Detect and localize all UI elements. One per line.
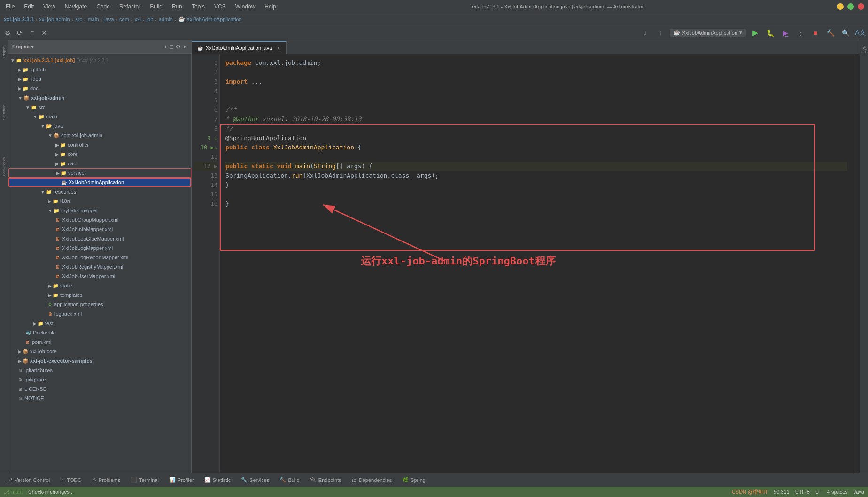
stop-button[interactable]: ■	[810, 27, 821, 39]
settings-icon[interactable]: ⚙	[176, 44, 181, 50]
tree-java[interactable]: ▼ 📂 java	[8, 121, 191, 131]
tree-xxl-job-admin[interactable]: ▼ 📦 xxl-job-admin	[8, 93, 191, 102]
btab-build[interactable]: 🔨 Build	[275, 474, 304, 487]
translate-btn[interactable]: A文	[855, 27, 866, 39]
tree-license[interactable]: 🗎 LICENSE	[8, 384, 191, 394]
settings-btn[interactable]: ≡	[26, 27, 38, 39]
tree-logback[interactable]: 🗎 logback.xml	[8, 309, 191, 318]
run-button[interactable]: ▶	[750, 27, 761, 39]
tree-idea[interactable]: ▶ 📁 .idea	[8, 74, 191, 84]
breadcrumb-item[interactable]: java	[104, 16, 114, 22]
breadcrumb-item[interactable]: job	[147, 16, 154, 22]
btab-statistic[interactable]: 📈 Statistic	[200, 474, 236, 487]
menu-edit[interactable]: Edit	[22, 2, 36, 11]
breadcrumb-item[interactable]: com	[119, 16, 129, 22]
vcs-update-btn[interactable]: ↓	[640, 27, 651, 39]
tree-package[interactable]: ▼ 📦 com.xxl.job.admin	[8, 131, 191, 140]
tree-i18n[interactable]: ▶ 📁 i18n	[8, 196, 191, 206]
menu-bar[interactable]: File Edit View Navigate Code Refactor Bu…	[4, 2, 278, 11]
btab-dependencies[interactable]: 🗂 Dependencies	[347, 474, 396, 487]
run-config-selector[interactable]: ☕ XxlJobAdminApplication ▾	[670, 29, 746, 37]
tree-main-class[interactable]: ▶ ☕ XxlJobAdminApplication	[8, 178, 191, 187]
tree-gitignore[interactable]: 🗎 .gitignore	[8, 375, 191, 384]
close-sidebar-icon[interactable]: ✕	[183, 44, 187, 50]
minimize-button[interactable]	[837, 3, 844, 10]
breadcrumb-item[interactable]: src	[75, 16, 82, 22]
search-everywhere-btn[interactable]: 🔍	[840, 27, 851, 39]
activity-structure[interactable]: Structure	[1, 101, 7, 124]
tree-root[interactable]: ▼ 📁 xxl-job-2.3.1 [xxl-job] D:\xxl-job-2…	[8, 55, 191, 65]
breadcrumb-item[interactable]: xxl-job-2.3.1	[4, 16, 34, 22]
tree-core[interactable]: ▶ 📁 core	[8, 149, 191, 159]
tree-static[interactable]: ▶ 📁 static	[8, 281, 191, 290]
tree-pom[interactable]: 🗎 pom.xml	[8, 337, 191, 347]
sidebar-icons[interactable]: + ⊟ ⚙ ✕	[164, 44, 187, 50]
more-run-btn[interactable]: ⋮	[795, 27, 806, 39]
collapse-icon[interactable]: ⊟	[169, 44, 174, 50]
btab-services[interactable]: 🔧 Services	[236, 474, 274, 487]
menu-run[interactable]: Run	[170, 2, 184, 11]
btab-todo[interactable]: ☑ TODO	[55, 474, 86, 487]
tree-controller[interactable]: ▶ 📁 controller	[8, 140, 191, 149]
btab-problems[interactable]: ⚠ Problems	[87, 474, 125, 487]
btab-version-control[interactable]: ⎇ Version Control	[2, 474, 54, 487]
menu-tools[interactable]: Tools	[190, 2, 207, 11]
tree-doc[interactable]: ▶ 📁 doc	[8, 84, 191, 93]
tree-xml-5[interactable]: 🗎 XxlJobLogReportMapper.xml	[8, 253, 191, 262]
vcs-commit-btn[interactable]: ↑	[655, 27, 666, 39]
menu-code[interactable]: Code	[94, 2, 112, 11]
close-button[interactable]	[858, 3, 864, 10]
tree-xml-7[interactable]: 🗎 XxlJobUserMapper.xml	[8, 272, 191, 281]
debug-button[interactable]: 🐛	[765, 27, 776, 39]
tree-github[interactable]: ▶ 📁 .github	[8, 65, 191, 74]
editor-tab-main[interactable]: ☕ XxlJobAdminApplication.java ✕	[192, 41, 287, 54]
tree-xxl-job-core[interactable]: ▶ 📦 xxl-job-core	[8, 347, 191, 356]
activity-eye[interactable]: Eye	[861, 42, 868, 57]
menu-vcs[interactable]: VCS	[212, 2, 228, 11]
add-icon[interactable]: +	[164, 44, 167, 50]
tree-gitattributes[interactable]: 🗎 .gitattributes	[8, 365, 191, 375]
maximize-button[interactable]	[847, 3, 854, 10]
tree-xml-4[interactable]: 🗎 XxlJobLogMapper.xml	[8, 243, 191, 253]
menu-build[interactable]: Build	[148, 2, 164, 11]
close-panel-btn[interactable]: ✕	[39, 27, 50, 39]
vcs-branch[interactable]: ⎇ main	[4, 489, 23, 495]
tree-xml-6[interactable]: 🗎 XxlJobRegistryMapper.xml	[8, 262, 191, 272]
build-button[interactable]: 🔨	[825, 27, 836, 39]
menu-navigate[interactable]: Navigate	[63, 2, 89, 11]
window-controls[interactable]	[837, 3, 864, 10]
tree-test[interactable]: ▶ 📁 test	[8, 318, 191, 328]
tree-xml-1[interactable]: 🗎 XxlJobGroupMapper.xml	[8, 215, 191, 225]
tree-xxl-executor[interactable]: ▶ 📦 xxl-job-executor-samples	[8, 356, 191, 365]
tree-app-props[interactable]: ⚙ application.properties	[8, 300, 191, 309]
menu-help[interactable]: Help	[263, 2, 278, 11]
breadcrumb-item-class[interactable]: ☕ XxlJobAdminApplication	[178, 16, 242, 22]
activity-bookmarks[interactable]: Bookmarks	[1, 154, 7, 180]
code-editor[interactable]: 1 2 3 4 5 6 7 8 9 ☕ 10 ▶☕ 11 12 ▶ 13 14 …	[192, 54, 860, 473]
menu-refactor[interactable]: Refactor	[117, 2, 142, 11]
tree-xml-3[interactable]: 🗎 XxlJobLogGlueMapper.xml	[8, 234, 191, 243]
tab-close-icon[interactable]: ✕	[277, 46, 280, 51]
tree-dockerfile[interactable]: 🐳 Dockerfile	[8, 328, 191, 337]
tree-templates[interactable]: ▶ 📁 templates	[8, 290, 191, 300]
coverage-button[interactable]: ▶̲	[780, 27, 791, 39]
project-structure-btn[interactable]: ⚙	[2, 27, 13, 39]
tree-resources[interactable]: ▼ 📁 resources	[8, 187, 191, 196]
activity-project[interactable]: Project	[1, 42, 7, 62]
code-content[interactable]: package com.xxl.job.admin; import ... /*…	[220, 54, 853, 473]
tree-main[interactable]: ▼ 📁 main	[8, 112, 191, 121]
btab-profiler[interactable]: 📊 Profiler	[164, 474, 199, 487]
tree-xml-2[interactable]: 🗎 XxlJobInfoMapper.xml	[8, 225, 191, 234]
breadcrumb-item[interactable]: xxl-job-admin	[39, 16, 70, 22]
breadcrumb-item[interactable]: xxl	[135, 16, 141, 22]
menu-file[interactable]: File	[4, 2, 16, 11]
btab-terminal[interactable]: ⬛ Terminal	[126, 474, 163, 487]
menu-view[interactable]: View	[41, 2, 57, 11]
tree-dao[interactable]: ▶ 📁 dao	[8, 159, 191, 168]
btab-spring[interactable]: 🌿 Spring	[397, 474, 430, 487]
tree-notice[interactable]: 🗎 NOTICE	[8, 394, 191, 403]
sync-btn[interactable]: ⟳	[14, 27, 25, 39]
btab-endpoints[interactable]: 🔌 Endpoints	[305, 474, 346, 487]
menu-window[interactable]: Window	[233, 2, 257, 11]
breadcrumb-item[interactable]: admin	[159, 16, 173, 22]
